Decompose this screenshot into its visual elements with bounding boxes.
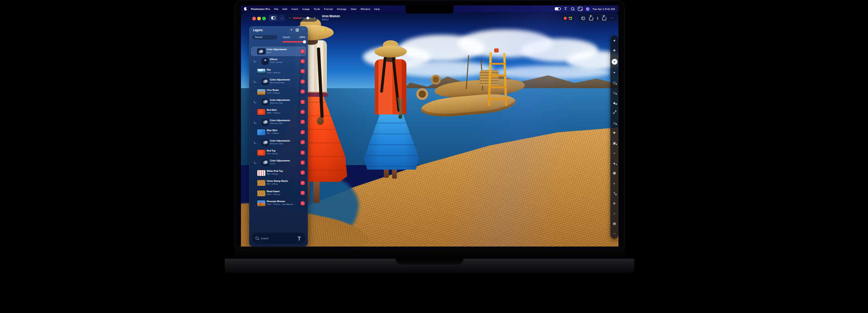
menu-window[interactable]: Window [360, 8, 370, 10]
layer-row-blue-skirt-8[interactable]: Blue Skirt861 × 1148 px✓ [251, 128, 306, 137]
minimize-button[interactable] [257, 17, 261, 20]
toggle-sidebar-button[interactable] [269, 14, 278, 21]
layer-visibility-checkbox[interactable]: ✓ [301, 181, 305, 185]
layer-visibility-checkbox[interactable]: ✓ [301, 120, 305, 124]
layer-visibility-checkbox[interactable]: ✓ [301, 100, 305, 104]
layer-row-color-adjustments-3[interactable]: Color AdjustmentsHue & Saturation✓ [251, 77, 306, 86]
zoom-out-button[interactable]: − [289, 16, 291, 20]
braid-pompom [317, 117, 324, 125]
text-tool[interactable]: T [613, 191, 615, 195]
layer-row-red-top-10[interactable]: Red Top703 × 914 px✓ [251, 148, 306, 157]
layer-visibility-checkbox[interactable]: ✓ [301, 49, 305, 53]
rect-select-tool[interactable]: ◻ [613, 81, 616, 85]
menu-tools[interactable]: Tools [314, 8, 320, 10]
layer-row-peruvian-women-15[interactable]: Peruvian Women5616 × 3744 px, Color Adju… [251, 199, 306, 208]
menu-insert[interactable]: Insert [291, 8, 298, 10]
layer-row-effects-1[interactable]: ✦EffectsColor Controls✓ [251, 57, 306, 66]
layer-visibility-checkbox[interactable]: ✓ [301, 130, 305, 134]
layer-visibility-checkbox[interactable]: ✓ [301, 201, 305, 205]
layers-search-field[interactable]: Search [251, 232, 306, 244]
blend-mode-dropdown[interactable]: Normal ⌄ [252, 35, 278, 40]
menu-edit[interactable]: Edit [283, 8, 287, 10]
layer-row-sky-2[interactable]: Sky5314 × 1656 px✓ [251, 67, 306, 76]
more-options-icon[interactable]: ⋯ [610, 16, 614, 20]
shapes-tool[interactable]: ▲ [613, 161, 616, 165]
wifi-icon[interactable] [564, 7, 568, 10]
layers-more-button[interactable]: ⋯ [302, 28, 305, 31]
share-icon[interactable] [602, 17, 606, 20]
color-fill-tool[interactable]: ◆ [613, 101, 615, 105]
zoom-slider-knob[interactable] [307, 17, 309, 19]
move-tool[interactable]: ● [612, 59, 618, 65]
menu-format[interactable]: Format [324, 8, 333, 10]
layer-row-uros-boats-4[interactable]: Uros Boats1729 × 1106 px✓ [251, 87, 306, 97]
more-tools[interactable]: ⋯ [613, 232, 616, 236]
fullscreen-button[interactable] [262, 17, 266, 20]
layer-visibility-checkbox[interactable]: ✓ [301, 191, 305, 195]
gradient-tool[interactable]: ▦ [613, 171, 616, 175]
apple-logo-icon[interactable] [244, 7, 247, 10]
menu-view[interactable]: View [350, 8, 356, 10]
menu-file[interactable]: File [274, 8, 278, 10]
layer-row-red-skirt-6[interactable]: Red Skirt1484 × 1504 px✓ [251, 107, 306, 117]
close-button[interactable] [252, 17, 256, 20]
menu-arrange[interactable]: Arrange [337, 8, 346, 10]
layer-row-color-adjustments-0[interactable]: Color AdjustmentsBasic✓ [251, 47, 306, 56]
color-adjustments-tool[interactable]: ◐ [613, 181, 615, 185]
opacity-slider[interactable] [283, 41, 305, 43]
transform-tool[interactable]: ✥ [613, 48, 616, 52]
layer-visibility-checkbox[interactable]: ✓ [301, 59, 305, 63]
layer-visibility-checkbox[interactable]: ✓ [301, 151, 305, 155]
arrange-tool[interactable]: ➤ [612, 38, 617, 43]
layer-visibility-checkbox[interactable]: ✓ [301, 110, 305, 114]
effects-tool[interactable]: ✦ [613, 71, 616, 75]
layer-row-reed-island-14[interactable]: Reed Island5314 × 1631 px✓ [251, 189, 306, 198]
layer-row-clone-stamp-reeds-13[interactable]: Clone Stamp Reeds662 × 449 px✓ [251, 178, 306, 188]
layer-info: Peruvian Women5616 × 3744 px, Color Adju… [267, 200, 299, 206]
layer-row-white-pink-top-12[interactable]: White Pink Top992 × 926 px✓ [251, 168, 306, 178]
layer-visibility-checkbox[interactable]: ✓ [301, 140, 305, 144]
layer-row-color-adjustments-9[interactable]: Color AdjustmentsSelective Color✓ [251, 138, 306, 147]
document-title: Uros Women [322, 14, 340, 18]
menu-pixelmator-pro[interactable]: Pixelmator Pro [251, 8, 270, 10]
quick-select-tool[interactable]: ◇ [613, 90, 615, 95]
layer-visibility-checkbox[interactable]: ✓ [301, 69, 305, 73]
warp-tool[interactable]: ≈ [613, 151, 615, 155]
control-center-icon[interactable] [578, 7, 583, 11]
zoom-slider-track[interactable] [293, 18, 311, 19]
photos-browser-icon[interactable] [569, 17, 572, 20]
opacity-slider-knob[interactable] [303, 40, 306, 43]
siri-icon[interactable] [586, 7, 590, 11]
canvas-frame-icon[interactable] [581, 17, 585, 20]
export-icon[interactable] [589, 17, 593, 20]
eraser-tool[interactable]: ▱ [613, 121, 615, 125]
menu-help[interactable]: Help [374, 8, 380, 10]
layer-visibility-checkbox[interactable]: ✓ [301, 171, 305, 175]
zoom-tool[interactable]: ⌕ [613, 211, 615, 215]
pen-tool[interactable]: ✎ [613, 111, 617, 114]
layer-row-color-adjustments-5[interactable]: Color AdjustmentsSelective Color✓ [251, 97, 306, 107]
search-placeholder: Search [261, 237, 269, 240]
layer-visibility-checkbox[interactable]: ✓ [301, 90, 305, 94]
hand-tool[interactable]: ⊕ [613, 201, 616, 205]
zoom-slider-control[interactable]: − + [286, 14, 318, 22]
layer-visibility-checkbox[interactable]: ✓ [301, 80, 305, 84]
spotlight-search-icon[interactable] [571, 7, 575, 11]
layer-info: Sky5314 × 1656 px [267, 68, 299, 74]
layer-row-color-adjustments-7[interactable]: Color AdjustmentsSelective Color✓ [251, 118, 306, 127]
clone-tool[interactable]: ▣ [613, 141, 616, 145]
layer-display-options-icon[interactable] [296, 28, 299, 32]
retouch-tool[interactable]: ✚ [613, 131, 616, 135]
menu-image[interactable]: Image [302, 8, 310, 10]
menu-bar-clock[interactable]: Tue Apr 1 9:41 AM [593, 8, 615, 10]
sidebar-chevron-button[interactable]: ⌄ [279, 14, 285, 21]
filter-icon[interactable] [297, 237, 301, 238]
slice-tool[interactable]: ▤ [613, 222, 616, 226]
battery-icon[interactable] [555, 7, 561, 11]
info-icon[interactable]: i [597, 16, 598, 20]
layer-visibility-checkbox[interactable]: ✓ [301, 161, 305, 165]
zoom-in-button[interactable]: + [314, 16, 316, 20]
add-layer-button[interactable]: + [290, 28, 292, 32]
color-profile-icon[interactable] [564, 17, 567, 20]
layer-row-color-adjustments-11[interactable]: Color AdjustmentsLevels✓ [251, 158, 306, 167]
